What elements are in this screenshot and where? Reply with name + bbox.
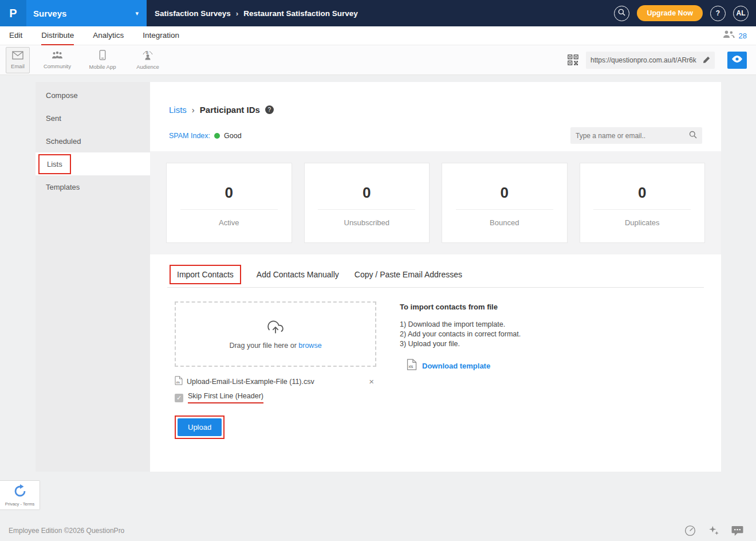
- sidebar-item-scheduled[interactable]: Scheduled: [36, 130, 150, 152]
- eye-icon: [731, 56, 743, 64]
- tab-edit[interactable]: Edit: [9, 26, 22, 45]
- stat-value: 0: [580, 184, 705, 202]
- channel-label: Email: [11, 63, 25, 69]
- search-icon: [618, 9, 625, 18]
- chevron-down-icon[interactable]: ▾: [135, 10, 139, 17]
- divider: [593, 209, 691, 210]
- channel-audience[interactable]: $ Audience: [130, 50, 166, 70]
- questionpro-logo: P: [0, 0, 26, 26]
- instruction-step: 3) Upload your file.: [400, 339, 521, 349]
- recaptcha-privacy-terms[interactable]: Privacy - Terms: [5, 501, 35, 507]
- survey-url-input[interactable]: [590, 56, 700, 64]
- sidebar-item-lists[interactable]: Lists: [36, 152, 150, 175]
- help-icon[interactable]: ?: [265, 105, 274, 114]
- uploaded-file-row: xls Upload-Email-List-Example-File (11).…: [175, 376, 376, 387]
- divider: [180, 209, 278, 210]
- sidebar-item-compose[interactable]: Compose: [36, 84, 150, 107]
- spam-index-label: SPAM Index:: [169, 132, 210, 140]
- lists-panel: Lists › Participant IDs ? SPAM Index: Go…: [150, 82, 721, 472]
- edit-url-icon[interactable]: [703, 56, 710, 64]
- upgrade-now-button[interactable]: Upgrade Now: [637, 5, 703, 21]
- recaptcha-badge[interactable]: Privacy - Terms: [0, 480, 40, 510]
- channel-label: Mobile App: [89, 64, 116, 70]
- upload-button[interactable]: Upload: [178, 418, 222, 436]
- lists-breadcrumb: Lists › Participant IDs ?: [150, 82, 721, 115]
- xls-badge-text: xls: [408, 364, 414, 368]
- channel-email[interactable]: Email: [6, 47, 30, 73]
- tab-copy-paste-emails[interactable]: Copy / Paste Email Addresses: [355, 270, 462, 279]
- contact-search-input[interactable]: [576, 132, 689, 140]
- divider: [318, 209, 415, 210]
- sidebar-item-sent[interactable]: Sent: [36, 107, 150, 130]
- xls-badge-text: xls: [176, 381, 180, 384]
- spam-and-search-row: SPAM Index: Good: [150, 127, 721, 144]
- help-button[interactable]: ?: [710, 6, 726, 21]
- stat-card-bounced: 0 Bounced: [442, 163, 568, 243]
- instructions-title: To import contacts from file: [400, 303, 521, 311]
- footer-icons: [684, 525, 743, 536]
- preview-survey-button[interactable]: [727, 52, 747, 69]
- email-icon: [12, 51, 23, 61]
- search-button[interactable]: [614, 6, 629, 21]
- tab-analytics[interactable]: Analytics: [93, 26, 124, 45]
- breadcrumb-separator: ›: [236, 9, 239, 18]
- instruction-step: 1) Download the import template.: [400, 320, 521, 330]
- divider: [456, 209, 553, 210]
- browse-link[interactable]: browse: [298, 342, 321, 350]
- stat-label: Active: [167, 218, 292, 227]
- breadcrumb-lists-link[interactable]: Lists: [169, 105, 187, 115]
- contacts-tabs: Import Contacts Add Contacts Manually Co…: [167, 261, 704, 288]
- instructions-column: To import contacts from file 1) Download…: [400, 301, 521, 439]
- breadcrumb-current: Restaurant Satisfaction Survey: [243, 9, 358, 18]
- stat-label: Bounced: [442, 218, 567, 227]
- file-dropzone[interactable]: Drag your file here or browse: [175, 301, 376, 367]
- performance-gauge-icon[interactable]: [684, 525, 696, 536]
- search-icon[interactable]: [689, 131, 697, 141]
- skip-header-row: ✓ Skip First Line (Header): [175, 392, 376, 403]
- stat-value: 0: [305, 184, 430, 202]
- tab-import-contacts[interactable]: Import Contacts: [170, 265, 241, 284]
- copyright-text: Employee Edition ©2026 QuestionPro: [9, 527, 124, 535]
- respondents-icon: [723, 30, 735, 41]
- page-footer: Employee Edition ©2026 QuestionPro: [0, 520, 756, 541]
- product-switcher[interactable]: P Surveys ▾: [0, 0, 147, 26]
- stat-card-active: 0 Active: [166, 163, 292, 243]
- stat-card-duplicates: 0 Duplicates: [580, 163, 706, 243]
- topbar-actions: Upgrade Now ? AL: [614, 5, 756, 21]
- recaptcha-icon: [13, 484, 27, 500]
- skip-header-label[interactable]: Skip First Line (Header): [188, 392, 263, 403]
- breadcrumb: Satisfaction Surveys › Restaurant Satisf…: [155, 9, 358, 18]
- product-name: Surveys: [33, 9, 66, 18]
- annotation-box-upload: Upload: [175, 415, 225, 439]
- skip-header-checkbox[interactable]: ✓: [175, 394, 183, 402]
- share-controls: [568, 52, 747, 69]
- qr-code-icon[interactable]: [568, 54, 578, 65]
- breadcrumb-current: Participant IDs: [200, 105, 260, 115]
- channel-label: Audience: [136, 64, 159, 70]
- spam-index-value: Good: [224, 132, 242, 140]
- channel-mobile-app[interactable]: Mobile App: [85, 50, 120, 70]
- xls-file-icon: xls: [175, 376, 183, 387]
- main-content: Compose Sent Scheduled Lists Templates L…: [36, 82, 721, 472]
- download-template-link[interactable]: Download template: [422, 362, 490, 370]
- respondents-counter[interactable]: 28: [723, 30, 747, 41]
- sidebar-item-templates[interactable]: Templates: [36, 175, 150, 198]
- tab-distribute[interactable]: Distribute: [41, 26, 74, 45]
- mobile-icon: [99, 50, 106, 61]
- xls-file-icon: xls: [407, 359, 417, 373]
- remove-file-icon[interactable]: ×: [369, 377, 376, 386]
- upload-column: Drag your file here or browse xls Upload…: [175, 301, 376, 439]
- breadcrumb-parent[interactable]: Satisfaction Surveys: [155, 9, 231, 18]
- survey-nav: Edit Distribute Analytics Integration 28: [0, 26, 756, 45]
- avatar[interactable]: AL: [733, 6, 749, 21]
- channel-community[interactable]: Community: [40, 50, 75, 69]
- email-sidebar: Compose Sent Scheduled Lists Templates: [36, 82, 150, 472]
- tab-integration[interactable]: Integration: [143, 26, 179, 45]
- tab-add-contacts-manually[interactable]: Add Contacts Manually: [257, 270, 339, 279]
- chat-support-icon[interactable]: [731, 526, 743, 536]
- stat-value: 0: [442, 184, 567, 202]
- sparkles-icon[interactable]: [708, 525, 719, 536]
- spam-index: SPAM Index: Good: [169, 132, 242, 140]
- distribute-toolbar: Email Community Mobile App $ Audience: [0, 45, 756, 75]
- breadcrumb-separator: ›: [192, 105, 195, 115]
